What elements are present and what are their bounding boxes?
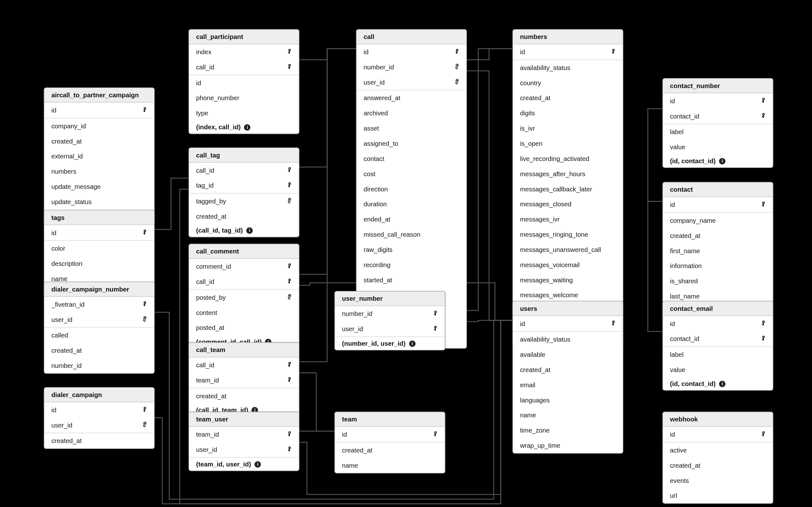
entity-header[interactable]: contact_email — [663, 301, 773, 316]
field-team_id[interactable]: team_id — [189, 373, 299, 389]
field-created_at[interactable]: created_at — [335, 443, 445, 458]
field-number_id[interactable]: number_id — [44, 358, 154, 373]
field-call_id[interactable]: call_id — [189, 357, 299, 373]
field-created_at[interactable]: created_at — [44, 433, 154, 448]
entity-call_comment[interactable]: call_commentcomment_idcall_idposted_byco… — [189, 244, 299, 349]
field-description[interactable]: description — [44, 256, 154, 271]
field-wrap_up_time[interactable]: wrap_up_time — [513, 438, 623, 453]
field-messages_waiting[interactable]: messages_waiting — [513, 272, 623, 287]
field-company_name[interactable]: company_name — [663, 213, 773, 228]
field-languages[interactable]: languages — [513, 392, 623, 407]
field-external_id[interactable]: external_id — [44, 149, 154, 164]
entity-aircall_to_partner_campaign[interactable]: aircall_to_partner_campaignidcompany_idc… — [44, 88, 155, 225]
entity-header[interactable]: webhook — [663, 412, 773, 427]
field-value[interactable]: value — [663, 139, 773, 155]
field-time_zone[interactable]: time_zone — [513, 423, 623, 438]
field-user_id[interactable]: user_id — [44, 312, 154, 328]
field-user_id[interactable]: user_id — [357, 75, 466, 91]
field-user_id[interactable]: user_id — [189, 442, 299, 458]
field-id[interactable]: id — [44, 225, 154, 241]
field-id[interactable]: id — [189, 75, 299, 90]
field-numbers[interactable]: numbers — [44, 164, 154, 179]
field-duration[interactable]: duration — [357, 196, 466, 212]
field-messages_closed[interactable]: messages_closed — [513, 196, 623, 212]
entity-dialer_campaign[interactable]: dialer_campaigniduser_idcreated_at — [44, 387, 155, 449]
entity-header[interactable]: call_team — [189, 343, 299, 357]
field-messages_voicemail[interactable]: messages_voicemail — [513, 257, 623, 272]
field-answered_at[interactable]: answered_at — [357, 90, 466, 106]
field-id[interactable]: id — [335, 427, 445, 443]
field-missed_call_reason[interactable]: missed_call_reason — [357, 227, 466, 242]
entity-header[interactable]: call_tag — [189, 148, 299, 163]
field-url[interactable]: url — [663, 488, 773, 503]
field-created_at[interactable]: created_at — [663, 228, 773, 243]
field-team_id[interactable]: team_id — [189, 427, 299, 442]
field-availability_status[interactable]: availability_status — [513, 332, 623, 347]
field-created_at[interactable]: created_at — [189, 388, 299, 403]
entity-users[interactable]: usersidavailability_statusavailablecreat… — [513, 301, 623, 453]
field-is_shared[interactable]: is_shared — [663, 274, 773, 289]
field-messages_unanswered_call[interactable]: messages_unanswered_call — [513, 242, 623, 257]
field-created_at[interactable]: created_at — [44, 133, 154, 149]
entity-call_tag[interactable]: call_tagcall_idtag_idtagged_bycreated_at… — [189, 148, 299, 237]
field-_fivetran_id[interactable]: _fivetran_id — [44, 297, 154, 312]
field-created_at[interactable]: created_at — [513, 90, 623, 106]
field-user_id[interactable]: user_id — [335, 321, 445, 337]
field-update_status[interactable]: update_status — [44, 194, 154, 210]
field-update_message[interactable]: update_message — [44, 179, 154, 194]
entity-dialer_campaign_number[interactable]: dialer_campaign_number_fivetran_iduser_i… — [44, 282, 155, 374]
field-messages_welcome[interactable]: messages_welcome — [513, 287, 623, 302]
field-label[interactable]: label — [663, 124, 773, 139]
field-is_ivr[interactable]: is_ivr — [513, 121, 623, 136]
field-contact_id[interactable]: contact_id — [663, 108, 773, 124]
field-tag_id[interactable]: tag_id — [189, 178, 299, 193]
field-content[interactable]: content — [189, 305, 299, 320]
field-messages_ringing_tone[interactable]: messages_ringing_tone — [513, 227, 623, 242]
field-type[interactable]: type — [189, 106, 299, 121]
field-user_id[interactable]: user_id — [44, 417, 154, 433]
field-posted_by[interactable]: posted_by — [189, 290, 299, 305]
field-comment_id[interactable]: comment_id — [189, 259, 299, 274]
field-name[interactable]: name — [513, 407, 623, 423]
entity-header[interactable]: team_user — [189, 412, 299, 427]
entity-team_user[interactable]: team_userteam_iduser_id(team_id, user_id… — [189, 412, 299, 471]
field-posted_at[interactable]: posted_at — [189, 320, 299, 335]
field-events[interactable]: events — [663, 473, 773, 488]
field-call_id[interactable]: call_id — [189, 163, 299, 178]
field-created_at[interactable]: created_at — [663, 458, 773, 473]
field-direction[interactable]: direction — [357, 181, 466, 196]
field-id[interactable]: id — [44, 103, 154, 118]
field-country[interactable]: country — [513, 75, 623, 90]
field-active[interactable]: active — [663, 443, 773, 458]
field-digits[interactable]: digits — [513, 106, 623, 121]
field-value[interactable]: value — [663, 362, 773, 377]
field-name[interactable]: name — [335, 458, 445, 473]
field-raw_digits[interactable]: raw_digits — [357, 242, 466, 257]
field-recording[interactable]: recording — [357, 257, 466, 272]
field-tagged_by[interactable]: tagged_by — [189, 193, 299, 209]
entity-contact_number[interactable]: contact_numberidcontact_idlabelvalue(id,… — [662, 78, 773, 168]
entity-call_team[interactable]: call_teamcall_idteam_idcreated_at(call_i… — [189, 342, 299, 417]
field-company_id[interactable]: company_id — [44, 118, 154, 134]
entity-header[interactable]: call_participant — [189, 30, 299, 44]
field-color[interactable]: color — [44, 241, 154, 256]
field-id[interactable]: id — [357, 44, 466, 60]
entity-header[interactable]: contact — [663, 182, 773, 197]
entity-header[interactable]: dialer_campaign_number — [44, 282, 154, 297]
field-number_id[interactable]: number_id — [335, 306, 445, 321]
entity-header[interactable]: numbers — [513, 30, 623, 44]
field-contact_id[interactable]: contact_id — [663, 331, 773, 347]
field-asset[interactable]: asset — [357, 121, 466, 136]
field-call_id[interactable]: call_id — [189, 274, 299, 290]
field-started_at[interactable]: started_at — [357, 272, 466, 287]
field-available[interactable]: available — [513, 347, 623, 362]
entity-header[interactable]: tags — [44, 210, 154, 225]
entity-header[interactable]: call_comment — [189, 244, 299, 259]
field-id[interactable]: id — [513, 44, 623, 60]
field-availability_status[interactable]: availability_status — [513, 60, 623, 75]
field-is_open[interactable]: is_open — [513, 136, 623, 151]
entity-header[interactable]: contact_number — [663, 78, 773, 93]
entity-contact[interactable]: contactidcompany_namecreated_atfirst_nam… — [662, 182, 773, 320]
field-assigned_to[interactable]: assigned_to — [357, 136, 466, 151]
field-cost[interactable]: cost — [357, 166, 466, 181]
